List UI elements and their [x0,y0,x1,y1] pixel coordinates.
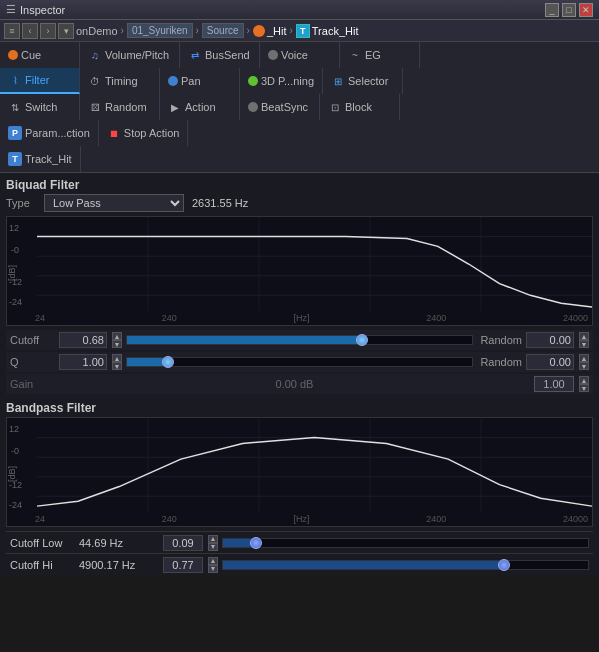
toolbar-3d[interactable]: 3D P...ning [240,68,323,94]
toolbar-beatsync[interactable]: BeatSync [240,94,320,120]
toolbar-block[interactable]: ⊡ Block [320,94,400,120]
q-rand-up[interactable]: ▲ [579,354,589,362]
toolbar-paramaction[interactable]: P Param...ction [0,120,99,146]
toolbar-filter[interactable]: ⌇ Filter [0,68,80,94]
freq-display: 2631.55 Hz [192,197,248,209]
q-spinner[interactable]: ▲ ▼ [112,354,122,370]
breadcrumb-track-hit[interactable]: Track_Hit [312,25,359,37]
x-24: 24 [35,313,45,323]
cutoff-low-spinner[interactable]: ▲ ▼ [208,535,218,551]
close-button[interactable]: ✕ [579,3,593,17]
toolbar-row-4: P Param...ction ⏹ Stop Action [0,120,599,146]
gain-value: 0.00 dB [59,378,530,390]
bp-y-0: -0 [11,446,19,456]
cutoff-hi-spinner[interactable]: ▲ ▼ [208,557,218,573]
cutoff-low-thumb[interactable] [250,537,262,549]
toolbar-bussend[interactable]: ⇄ BusSend [180,42,260,68]
gain-num[interactable]: 1.00 [534,376,574,392]
voice-label: Voice [281,49,308,61]
clow-down[interactable]: ▼ [208,543,218,551]
biquad-section: Biquad Filter Type Low Pass High Pass Ba… [6,175,593,394]
toolbar-pan[interactable]: Pan [160,68,240,94]
cutoff-hi-slider[interactable] [222,560,589,570]
cutoff-down[interactable]: ▼ [112,340,122,348]
toolbar-voice[interactable]: Voice [260,42,340,68]
breadcrumb-hit[interactable]: _Hit [267,25,287,37]
nav-menu-icon[interactable]: ≡ [4,23,20,39]
bp-y-m12: -12 [9,480,22,490]
cutoff-rand-up[interactable]: ▲ [579,332,589,340]
param-icon: P [8,126,22,140]
q-up[interactable]: ▲ [112,354,122,362]
chi-up[interactable]: ▲ [208,557,218,565]
q-thumb[interactable] [162,356,174,368]
toolbar-action[interactable]: ▶ Action [160,94,240,120]
bp-y-m24: -24 [9,500,22,510]
gain-down[interactable]: ▼ [579,384,589,392]
cutoff-thumb[interactable] [356,334,368,346]
cutoff-random-spinner[interactable]: ▲ ▼ [579,332,589,348]
nav-back-icon[interactable]: ‹ [22,23,38,39]
cutoff-spinner[interactable]: ▲ ▼ [112,332,122,348]
cutoff-low-num[interactable]: 0.09 [163,535,203,551]
toolbar-volume[interactable]: ♫ Volume/Pitch [80,42,180,68]
cutoff-rand-down[interactable]: ▼ [579,340,589,348]
cutoff-hi-value: 4900.17 Hz [79,559,159,571]
cutoff-hi-num[interactable]: 0.77 [163,557,203,573]
cutoff-up[interactable]: ▲ [112,332,122,340]
maximize-button[interactable]: □ [562,3,576,17]
bandpass-title: Bandpass Filter [6,398,593,417]
chi-down[interactable]: ▼ [208,565,218,573]
breadcrumb-source[interactable]: Source [202,23,244,38]
cutoff-hi-fill [223,561,504,569]
toolbar-stopaction[interactable]: ⏹ Stop Action [99,120,189,146]
cutoff-random-label: Random [477,334,522,346]
selector-label: Selector [348,75,388,87]
x-axis: 24 240 [Hz] 2400 24000 [35,313,588,323]
cutoff-value[interactable]: 0.68 [59,332,107,348]
cutoff-slider[interactable] [126,335,473,345]
q-down[interactable]: ▼ [112,362,122,370]
bp-x-24: 24 [35,514,45,524]
toolbar-cue[interactable]: Cue [0,42,80,68]
minimize-button[interactable]: _ [545,3,559,17]
bp-x-2400: 2400 [426,514,446,524]
toolbar-selector[interactable]: ⊞ Selector [323,68,403,94]
q-rand-down[interactable]: ▼ [579,362,589,370]
type-select[interactable]: Low Pass High Pass Band Pass Notch [44,194,184,212]
nav-dropdown-icon[interactable]: ▾ [58,23,74,39]
bandpass-curve [37,418,592,512]
toolbar-eg[interactable]: ~ EG [340,42,420,68]
vol-icon: ♫ [88,48,102,62]
cutoff-label: Cutoff [10,334,55,346]
gain-up[interactable]: ▲ [579,376,589,384]
random-label: Random [105,101,147,113]
toolbar-trackhit[interactable]: T Track_Hit [0,146,81,172]
breadcrumb-syuriken[interactable]: 01_Syuriken [127,23,193,38]
cutoff-random-value[interactable]: 0.00 [526,332,574,348]
q-random-spinner[interactable]: ▲ ▼ [579,354,589,370]
cutoff-hi-label: Cutoff Hi [10,559,75,571]
gain-spinner[interactable]: ▲ ▼ [579,376,589,392]
q-slider[interactable] [126,357,473,367]
biquad-graph: 12 -0 [dB] -12 -24 24 24 [6,216,593,326]
bandpass-section: Bandpass Filter 12 -0 [dB] -12 -24 24 [6,398,593,575]
bp-x-hz: [Hz] [293,514,309,524]
nav-forward-icon[interactable]: › [40,23,56,39]
title-bar-controls: _ □ ✕ [545,3,593,17]
q-random-value[interactable]: 0.00 [526,354,574,370]
x-24000: 24000 [563,313,588,323]
breadcrumb-demo[interactable]: onDemo [76,25,118,37]
gain-label: Gain [10,378,55,390]
block-label: Block [345,101,372,113]
clow-up[interactable]: ▲ [208,535,218,543]
toolbar-timing[interactable]: ⏱ Timing [80,68,160,94]
toolbar: Cue ♫ Volume/Pitch ⇄ BusSend Voice ~ EG … [0,42,599,173]
q-value[interactable]: 1.00 [59,354,107,370]
type-label: Type [6,197,36,209]
cutoff-param-row: Cutoff 0.68 ▲ ▼ Random 0.00 ▲ ▼ [6,330,593,350]
toolbar-switch[interactable]: ⇅ Switch [0,94,80,120]
cutoff-hi-thumb[interactable] [498,559,510,571]
cutoff-low-slider[interactable] [222,538,589,548]
toolbar-random[interactable]: ⚄ Random [80,94,160,120]
